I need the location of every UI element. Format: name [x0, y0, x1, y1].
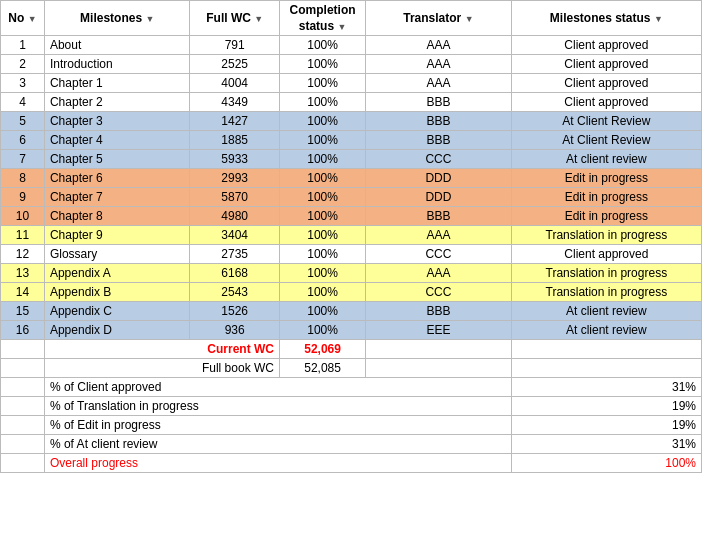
cell-no: 11 — [1, 226, 45, 245]
translation-progress-label: % of Translation in progress — [44, 397, 511, 416]
cell-fullwc: 2993 — [190, 169, 280, 188]
milestones-filter-icon[interactable]: ▼ — [145, 14, 154, 24]
cell-milestone: Chapter 9 — [44, 226, 190, 245]
cell-status: 100% — [279, 36, 365, 55]
cell-empty3 — [511, 340, 701, 359]
cell-empty5 — [511, 359, 701, 378]
cell-mstatus: At client review — [511, 321, 701, 340]
overall-progress-row: Overall progress 100% — [1, 454, 702, 473]
cell-no: 12 — [1, 245, 45, 264]
cell-empty — [1, 378, 45, 397]
cell-milestone: Chapter 4 — [44, 131, 190, 150]
cell-translator: BBB — [366, 93, 512, 112]
cell-fullwc: 2735 — [190, 245, 280, 264]
cell-mstatus: Client approved — [511, 93, 701, 112]
client-approved-value: 31% — [511, 378, 701, 397]
col-no[interactable]: No ▼ — [1, 1, 45, 36]
col-fullwc[interactable]: Full WC ▼ — [190, 1, 280, 36]
cell-no: 15 — [1, 302, 45, 321]
status-filter-icon[interactable]: ▼ — [337, 22, 346, 32]
cell-fullwc: 936 — [190, 321, 280, 340]
client-approved-label: % of Client approved — [44, 378, 511, 397]
mstatus-filter-icon[interactable]: ▼ — [654, 14, 663, 24]
cell-empty — [1, 359, 45, 378]
no-filter-icon[interactable]: ▼ — [28, 14, 37, 24]
cell-translator: BBB — [366, 112, 512, 131]
table-row: 8 Chapter 6 2993 100% DDD Edit in progre… — [1, 169, 702, 188]
cell-mstatus: Client approved — [511, 55, 701, 74]
cell-milestone: Appendix A — [44, 264, 190, 283]
table-row: 13 Appendix A 6168 100% AAA Translation … — [1, 264, 702, 283]
at-client-review-value: 31% — [511, 435, 701, 454]
table-row: 11 Chapter 9 3404 100% AAA Translation i… — [1, 226, 702, 245]
table-row: 1 About 791 100% AAA Client approved — [1, 36, 702, 55]
cell-fullwc: 5870 — [190, 188, 280, 207]
cell-translator: AAA — [366, 264, 512, 283]
cell-fullwc: 4980 — [190, 207, 280, 226]
cell-fullwc: 6168 — [190, 264, 280, 283]
edit-progress-row: % of Edit in progress 19% — [1, 416, 702, 435]
col-status[interactable]: status ▼ — [279, 18, 365, 36]
cell-translator: CCC — [366, 245, 512, 264]
cell-status: 100% — [279, 283, 365, 302]
cell-milestone: Chapter 2 — [44, 93, 190, 112]
cell-status: 100% — [279, 112, 365, 131]
cell-status: 100% — [279, 321, 365, 340]
cell-translator: DDD — [366, 188, 512, 207]
cell-status: 100% — [279, 264, 365, 283]
cell-milestone: Appendix B — [44, 283, 190, 302]
fullwc-filter-icon[interactable]: ▼ — [254, 14, 263, 24]
cell-no: 10 — [1, 207, 45, 226]
cell-translator: CCC — [366, 150, 512, 169]
cell-empty4 — [366, 359, 512, 378]
cell-fullwc: 3404 — [190, 226, 280, 245]
cell-translator: BBB — [366, 302, 512, 321]
overall-value: 100% — [511, 454, 701, 473]
cell-milestone: Chapter 3 — [44, 112, 190, 131]
current-wc-row: Current WC 52,069 — [1, 340, 702, 359]
translator-filter-icon[interactable]: ▼ — [465, 14, 474, 24]
cell-translator: DDD — [366, 169, 512, 188]
cell-mstatus: Edit in progress — [511, 207, 701, 226]
cell-status: 100% — [279, 188, 365, 207]
cell-status: 100% — [279, 226, 365, 245]
table-body: 1 About 791 100% AAA Client approved 2 I… — [1, 36, 702, 340]
cell-status: 100% — [279, 93, 365, 112]
edit-progress-value: 19% — [511, 416, 701, 435]
cell-no: 2 — [1, 55, 45, 74]
table-row: 14 Appendix B 2543 100% CCC Translation … — [1, 283, 702, 302]
cell-no: 7 — [1, 150, 45, 169]
cell-status: 100% — [279, 55, 365, 74]
cell-empty — [1, 340, 45, 359]
cell-no: 14 — [1, 283, 45, 302]
cell-translator: AAA — [366, 226, 512, 245]
cell-fullwc: 791 — [190, 36, 280, 55]
cell-mstatus: Translation in progress — [511, 226, 701, 245]
col-mstatus[interactable]: Milestones status ▼ — [511, 1, 701, 36]
cell-milestone: Chapter 7 — [44, 188, 190, 207]
col-milestones[interactable]: Milestones ▼ — [44, 1, 190, 36]
cell-mstatus: At Client Review — [511, 131, 701, 150]
cell-mstatus: Edit in progress — [511, 169, 701, 188]
cell-milestone: Chapter 6 — [44, 169, 190, 188]
col-translator[interactable]: Translator ▼ — [366, 1, 512, 36]
cell-mstatus: Translation in progress — [511, 264, 701, 283]
cell-translator: AAA — [366, 36, 512, 55]
full-book-wc-value: 52,085 — [279, 359, 365, 378]
cell-fullwc: 1526 — [190, 302, 280, 321]
table-row: 7 Chapter 5 5933 100% CCC At client revi… — [1, 150, 702, 169]
main-table: No ▼ Milestones ▼ Full WC ▼ Completion T… — [0, 0, 702, 473]
cell-mstatus: Client approved — [511, 74, 701, 93]
cell-milestone: Chapter 5 — [44, 150, 190, 169]
overall-label: Overall progress — [44, 454, 511, 473]
table-row: 4 Chapter 2 4349 100% BBB Client approve… — [1, 93, 702, 112]
translation-progress-value: 19% — [511, 397, 701, 416]
at-client-review-label: % of At client review — [44, 435, 511, 454]
cell-fullwc: 1427 — [190, 112, 280, 131]
edit-progress-label: % of Edit in progress — [44, 416, 511, 435]
cell-mstatus: Client approved — [511, 245, 701, 264]
cell-translator: AAA — [366, 74, 512, 93]
cell-milestone: Appendix D — [44, 321, 190, 340]
cell-no: 4 — [1, 93, 45, 112]
cell-mstatus: At client review — [511, 302, 701, 321]
